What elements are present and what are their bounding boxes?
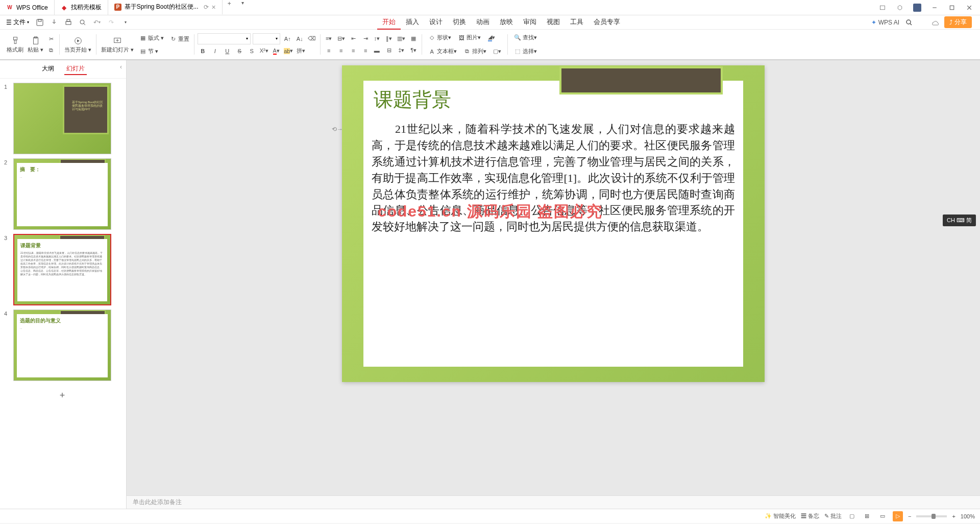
panel-tab-outline[interactable]: 大纲 [40,63,56,75]
superscript-button[interactable]: X²▾ [259,46,269,56]
fill-color-button[interactable]: ◢▾ [484,33,499,43]
menu-design[interactable]: 设计 [424,15,448,30]
redo-button[interactable]: ↷ [106,17,117,28]
cut-button[interactable]: ✂ [46,34,56,44]
line-height-button[interactable]: ‡▾ [396,45,406,56]
notes-button[interactable]: ✎ 批注 [824,512,842,520]
increase-font-button[interactable]: A↑ [282,34,292,44]
font-size-select[interactable]: ▾ [253,33,280,44]
menu-start[interactable]: 开始 [377,15,401,30]
bold-button[interactable]: B [198,46,208,56]
menu-view[interactable]: 视图 [542,15,565,30]
font-name-select[interactable]: ▾ [198,33,251,44]
slide-thumbnail-3[interactable]: 课题背景 21世纪以来，随着科学技术的飞速发展，人们对信息的要求越来越高，于是传… [13,234,111,305]
close-tab-icon[interactable]: × [212,3,216,11]
notes-area[interactable]: 单击此处添加备注 [127,495,980,509]
smart-beautify-button[interactable]: ✨ 智能美化 [765,512,796,520]
convert-smartart-button[interactable]: ▦ [408,34,419,44]
slide-thumbnail-1[interactable]: 基于Spring Boot的社区便民服务管理系统的设计与实现PPT [13,83,111,154]
zoom-slider[interactable] [916,515,947,517]
menu-member[interactable]: 会员专享 [589,15,625,30]
italic-button[interactable]: I [210,46,220,56]
numbering-button[interactable]: ⊟▾ [336,34,346,44]
avatar-icon[interactable] [909,2,925,14]
section-button[interactable]: ▤ 节 ▾ [136,45,165,57]
menu-transition[interactable]: 切换 [448,15,471,30]
slide-canvas[interactable]: ⟲→ 课题背景 21世纪以来，随着科学技术的飞速发展，人们对信息的要求越来越高，… [342,65,765,382]
strikethrough-button[interactable]: S [234,46,244,56]
columns-button[interactable]: ▥▾ [396,34,406,44]
minimize-button[interactable] [926,2,943,14]
refresh-icon[interactable]: ⟳ [204,4,209,11]
paste-button[interactable]: 粘贴 ▾ [26,35,45,55]
clear-format-button[interactable]: ⌫ [307,34,317,44]
rotate-handle-icon[interactable]: ⟲→ [332,126,343,133]
menu-review[interactable]: 审阅 [518,15,542,30]
tab-template[interactable]: ◆ 找稻壳模板 [55,0,108,15]
print-button[interactable] [63,17,74,28]
align-middle-button[interactable]: ⊟ [384,45,394,56]
window-mode-icon[interactable] [874,2,891,14]
maximize-button[interactable] [944,2,960,14]
slides-list[interactable]: 1 基于Spring Boot的社区便民服务管理系统的设计与实现PPT 2 摘 … [0,79,126,509]
image-button[interactable]: 🖼图片▾ [455,32,482,44]
align-justify-button[interactable]: ≡ [360,45,371,56]
undo-button[interactable]: ↶▾ [91,17,103,28]
search-button[interactable] [903,17,915,28]
canvas-scroll[interactable]: ⟲→ 课题背景 21世纪以来，随着科学技术的飞速发展，人们对信息的要求越来越高，… [127,60,980,495]
slideshow-view-button[interactable]: ▷ [893,511,903,521]
cube-icon[interactable] [892,2,908,14]
wps-ai-button[interactable]: ✦ WPS AI [871,19,899,26]
highlight-button[interactable]: ab▾ [283,46,293,56]
panel-tab-slides[interactable]: 幻灯片 [64,63,87,75]
add-tab-button[interactable]: + [223,0,236,15]
menu-insert[interactable]: 插入 [401,15,424,30]
zoom-out-button[interactable]: − [908,513,911,519]
tab-wps-office[interactable]: W WPS Office [0,0,55,15]
tab-dropdown[interactable]: ▾ [236,0,249,15]
decrease-font-button[interactable]: A↓ [295,34,305,44]
align-left-button[interactable]: ≡ [324,45,334,56]
bullets-button[interactable]: ≡▾ [324,34,334,44]
text-direction-button[interactable]: ↕▾ [372,34,382,44]
outline-color-button[interactable]: ▢▾ [490,46,504,57]
decrease-indent-button[interactable]: ⇤ [348,34,358,44]
print-preview-button[interactable] [77,17,88,28]
more-quick-access[interactable]: ▾ [120,17,131,28]
from-current-button[interactable]: 当页开始 ▾ [63,35,93,55]
font-color-button[interactable]: A▾ [271,46,281,56]
increase-indent-button[interactable]: ⇥ [360,34,371,44]
slide-thumbnail-4[interactable]: 选题的目的与意义 ... [13,309,111,381]
memo-button[interactable]: ☰ 备忘 [801,512,819,520]
align-center-button[interactable]: ≡ [336,45,346,56]
copy-button[interactable]: ⧉ [46,45,56,55]
menu-tools[interactable]: 工具 [565,15,589,30]
reading-view-button[interactable]: ▭ [877,511,888,521]
format-painter-button[interactable]: 格式刷 [5,35,25,55]
reset-button[interactable]: ↻ 重置 [166,33,191,45]
cloud-icon[interactable] [929,17,940,28]
select-button[interactable]: ⬚选择▾ [511,45,538,58]
shadow-button[interactable]: S [247,46,257,56]
find-button[interactable]: 🔍查找▾ [511,32,538,44]
collapse-panel-icon[interactable]: ‹ [120,63,122,70]
align-top-button[interactable]: ▬ [372,45,382,56]
arrange-button[interactable]: ⧉排列▾ [460,45,488,58]
sorter-view-button[interactable]: ⊞ [862,511,872,521]
close-window-button[interactable] [961,2,977,14]
file-menu[interactable]: ☰ 文件 ▾ [4,18,31,27]
slide-body-text[interactable]: 21世纪以来，随着科学技术的飞速发展，人们对信息的要求越来越高，于是传统的信息技… [363,117,743,239]
save-button[interactable] [34,17,45,28]
tab-document[interactable]: P 基于Spring Boot的社区便... ⟳ × [108,0,223,15]
layout-button[interactable]: ▦ 版式 ▾ [136,32,165,44]
line-spacing-button[interactable]: ‖▾ [384,34,394,44]
pinyin-button[interactable]: 拼▾ [296,46,306,56]
zoom-in-button[interactable]: + [952,513,955,519]
textbox-button[interactable]: A文本框▾ [425,45,458,58]
slide-thumbnail-2[interactable]: 摘 要： ... [13,158,111,230]
new-slide-button[interactable]: 新建幻灯片 ▾ [100,35,135,55]
paragraph-spacing-button[interactable]: ¶▾ [408,45,419,56]
save-as-button[interactable] [48,17,60,28]
share-button[interactable]: ⤴ 分享 [944,16,972,28]
zoom-level[interactable]: 100% [961,513,975,519]
